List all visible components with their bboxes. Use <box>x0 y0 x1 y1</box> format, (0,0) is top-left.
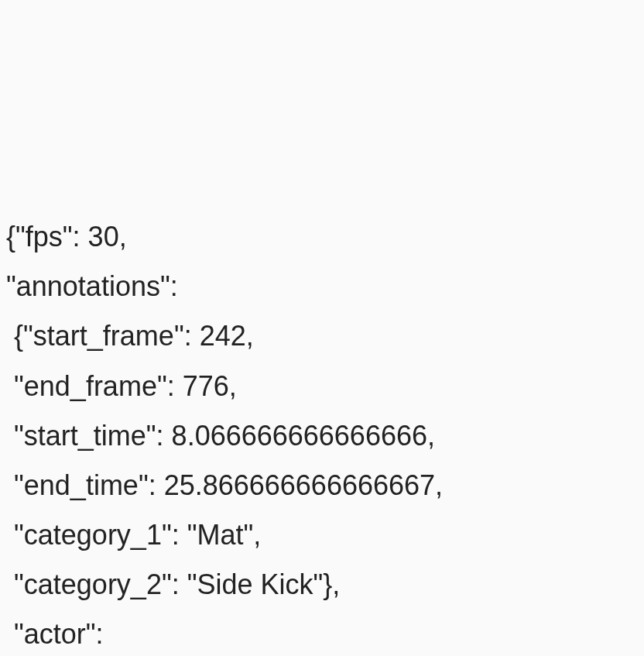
code-line-5: "start_time": 8.066666666666666, <box>6 420 435 452</box>
code-line-7: "category_1": "Mat", <box>6 519 261 551</box>
code-line-9: "actor": <box>6 618 104 650</box>
code-line-1: {"fps": 30, <box>6 221 127 252</box>
code-line-3: {"start_frame": 242, <box>6 320 254 352</box>
json-code-block: {"fps": 30, "annotations": {"start_frame… <box>6 212 638 656</box>
code-line-4: "end_frame": 776, <box>6 370 237 402</box>
code-line-6: "end_time": 25.866666666666667, <box>6 469 443 501</box>
code-line-2: "annotations": <box>6 270 178 302</box>
code-line-8: "category_2": "Side Kick"}, <box>6 568 340 600</box>
